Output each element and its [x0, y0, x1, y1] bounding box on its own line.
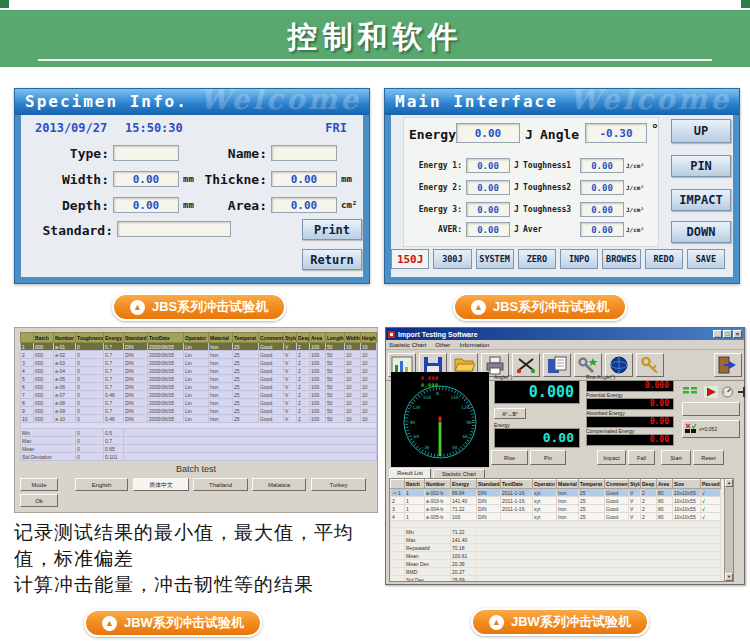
button-fall[interactable]: Fall: [628, 450, 655, 465]
button-language-3[interactable]: Thailand: [193, 478, 248, 491]
value-field[interactable]: 0.00: [271, 197, 337, 213]
minimize-button[interactable]: _: [713, 330, 722, 338]
table-row[interactable]: 9000a-0900.7DIN2005/06/05LinIron25GoodV2…: [21, 407, 377, 415]
value-field[interactable]: [113, 145, 179, 161]
row-value-field[interactable]: 0.00: [466, 158, 510, 173]
bottom-button-redo[interactable]: REDO: [645, 249, 683, 269]
table-row[interactable]: 4000a-0400.7DIN2005/06/05LinIron25GoodV2…: [21, 367, 377, 375]
side-button-pin[interactable]: PIN: [671, 155, 731, 177]
energy-field[interactable]: 0.00: [456, 123, 520, 143]
button-impact[interactable]: Impact: [597, 450, 626, 465]
row-value-field[interactable]: 0.00: [580, 180, 624, 195]
meter-icon[interactable]: [721, 384, 737, 397]
bottom-button-zero[interactable]: ZERO: [518, 249, 556, 269]
side-button-down[interactable]: DOWN: [671, 221, 731, 243]
button-pin[interactable]: Pin: [530, 450, 566, 465]
cell: 100: [310, 391, 326, 399]
column-header: [391, 480, 405, 489]
table-row[interactable]: 10000a-1000.46DIN2005/06/05LinIron25Good…: [21, 415, 377, 423]
button-mode[interactable]: Mode: [20, 478, 58, 491]
jbw-badge-right[interactable]: ▲ JBW系列冲击试验机: [471, 608, 649, 636]
table-row[interactable]: -> 11a-002-b89.84DIN2011-1-16xytIron25Go…: [391, 489, 721, 497]
cell: Lin: [184, 399, 209, 407]
column-header: Energy: [104, 333, 124, 343]
vertical-scrollbar[interactable]: ▲ ▼: [724, 479, 733, 581]
angle-field[interactable]: -0.30: [585, 123, 647, 143]
button-reset[interactable]: Reset: [693, 450, 724, 465]
bottom-button-inpo[interactable]: INPO: [560, 249, 598, 269]
maximize-button[interactable]: □: [723, 330, 732, 338]
table-row[interactable]: 3000a-0300.7DIN2005/06/05LinIron25GoodV2…: [21, 359, 377, 367]
export-icon[interactable]: [543, 353, 571, 377]
table-row[interactable]: 31a-004-b71.22DIN2011-1-16xytIron25GoodV…: [391, 505, 721, 513]
row-value-field[interactable]: 0.00: [466, 180, 510, 195]
bottom-button-150j[interactable]: 150J: [391, 249, 429, 269]
steps-icon[interactable]: [682, 384, 698, 397]
return-button[interactable]: Return: [302, 249, 362, 270]
table-row[interactable]: 41a-005-b100DINxytIron25GoodV28010x10x55…: [391, 513, 721, 521]
button-start[interactable]: Start: [661, 450, 691, 465]
scroll-down-button[interactable]: ▼: [725, 573, 733, 581]
bottom-button-save[interactable]: SAVE: [687, 249, 725, 269]
button-language-1[interactable]: English: [75, 478, 128, 491]
calibrate-icon[interactable]: [512, 353, 540, 377]
menu-information[interactable]: Information: [459, 342, 489, 348]
row-value-field[interactable]: 0.00: [580, 202, 624, 217]
row-value-field[interactable]: 0.00: [580, 158, 624, 173]
table-row[interactable]: 5000a-0500.7DIN2005/06/05LinIron25GoodV2…: [21, 375, 377, 383]
close-button[interactable]: ×: [733, 330, 742, 338]
table-row[interactable]: 6000a-0600.7DIN2005/06/05LinIron25GoodV2…: [21, 383, 377, 391]
table-row[interactable]: 21a-003-b141.40DIN2011-1-16xytIron25Good…: [391, 497, 721, 505]
table-row[interactable]: 2000a-0200.7DIN2005/06/05LinIron25GoodV2…: [21, 351, 377, 359]
menu-statistic-chart[interactable]: Statistic Chart: [389, 342, 426, 348]
button-language-5[interactable]: Turkey: [311, 478, 366, 491]
ok-button[interactable]: Ok: [20, 494, 58, 507]
tab-statistic-chart[interactable]: Statistic Chart: [433, 469, 485, 478]
window-titlebar[interactable]: Import Testing Software _□×: [386, 328, 744, 340]
menu-other[interactable]: Other: [435, 342, 450, 348]
stat-label: Max: [405, 536, 451, 544]
exit-icon[interactable]: [714, 353, 742, 377]
table-row[interactable]: 8000a-0800.7DIN2005/06/05LinIron25GoodV2…: [21, 399, 377, 407]
table-row[interactable]: 1000a-0100.7DIN2005/06/05LinIron25GoodV2…: [21, 343, 377, 351]
pendulum-gauge: -150-120-90-60-30306090120150 0.000 0.00…: [391, 372, 489, 467]
print-button[interactable]: Print: [302, 219, 362, 240]
cell: √: [701, 513, 721, 521]
bottom-button-browes[interactable]: BROWES: [602, 249, 640, 269]
banner-corner-right: [741, 0, 750, 8]
value-field[interactable]: [271, 145, 337, 161]
cell: 2: [641, 505, 657, 513]
cell: Iron: [209, 375, 233, 383]
row-value-field[interactable]: 0.00: [580, 222, 624, 237]
column-header: Toughness: [76, 333, 104, 343]
side-button-impact[interactable]: IMPACT: [671, 189, 731, 211]
value-field[interactable]: 0.00: [271, 171, 337, 187]
button-language-4[interactable]: Malaisia: [252, 478, 306, 491]
jbs-badge-right[interactable]: ▲ JBS系列冲击试验机: [453, 293, 627, 321]
scroll-up-button[interactable]: ▲: [725, 479, 733, 487]
row-value-field[interactable]: 0.00: [466, 222, 510, 237]
value-field[interactable]: 0.00: [113, 171, 179, 187]
play-icon[interactable]: [704, 384, 720, 397]
side-button-up[interactable]: UP: [671, 119, 731, 143]
row-value-field[interactable]: 0.00: [466, 202, 510, 217]
standard-field[interactable]: [117, 221, 231, 237]
end-icon[interactable]: [736, 384, 750, 397]
welcome-watermark: Welcome: [569, 89, 731, 113]
cell: √: [701, 497, 721, 505]
jbs-badge-left[interactable]: ▲ JBS系列冲击试验机: [112, 293, 286, 321]
cell: 2: [297, 343, 310, 351]
button-rise[interactable]: Rise: [491, 450, 528, 465]
unit-label: mm: [341, 174, 363, 184]
value-field[interactable]: 0.00: [113, 197, 179, 213]
bottom-button-300j[interactable]: 300J: [433, 249, 471, 269]
jbw-badge-left[interactable]: ▲ JBW系列冲击试验机: [84, 609, 262, 637]
bottom-button-system[interactable]: SYSTEM: [476, 249, 514, 269]
button-language-2[interactable]: 简体中文: [133, 478, 189, 491]
welcome-watermark: Welcome: [199, 89, 361, 113]
ab-toggle-button[interactable]: A°↔B°: [494, 408, 526, 419]
tab-result-list[interactable]: Result List: [389, 468, 431, 478]
table-row[interactable]: 7000a-0700.46DIN2005/06/05LinIron25GoodV…: [21, 391, 377, 399]
cell: V: [284, 399, 297, 407]
cell: 89.84: [451, 489, 477, 497]
